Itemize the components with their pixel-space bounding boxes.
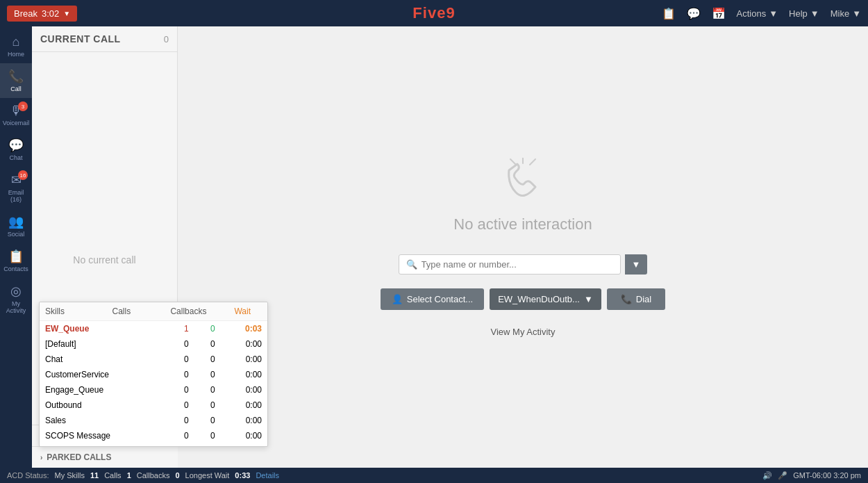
wait-cell: 0:00 xyxy=(221,398,267,413)
sidebar-item-contacts[interactable]: 📋 Contacts xyxy=(0,243,32,278)
calls-cell: 0 xyxy=(168,352,194,367)
wait-cell: 0:00 xyxy=(221,443,267,446)
callbacks-cell: 0 xyxy=(194,413,221,428)
wait-cell: 0:00 xyxy=(221,336,267,352)
parked-calls-label: PARKED CALLS xyxy=(47,452,111,462)
skill-cell: SCOPS Message xyxy=(40,428,168,443)
callbacks-header: Callbacks xyxy=(136,302,212,321)
wait-header: Wait xyxy=(212,302,256,321)
queue-table: Skills Calls Callbacks Wait xyxy=(40,302,267,321)
main-content: No active interaction 🔍 ▼ 👤 Select Conta… xyxy=(178,26,868,468)
campaign-chevron-icon: ▼ xyxy=(584,294,593,304)
wait-cell: 0:00 xyxy=(221,413,267,428)
search-dropdown-button[interactable]: ▼ xyxy=(625,254,648,275)
calendar-icon[interactable]: 📅 xyxy=(712,7,726,20)
calls-cell: 1 xyxy=(168,321,194,336)
current-call-title: CURRENT CALL xyxy=(40,33,121,44)
search-row: 🔍 ▼ xyxy=(399,254,648,275)
social-icon: 👥 xyxy=(8,214,24,229)
phone-icon-area xyxy=(495,158,551,202)
sidebar-item-voicemail[interactable]: 🎙 Voicemail 3 xyxy=(0,98,32,132)
sidebar-item-voicemail-label: Voicemail xyxy=(3,120,30,126)
sidebar-item-social-label: Social xyxy=(8,231,25,238)
skill-cell: Engage_Queue xyxy=(40,382,168,398)
help-dropdown[interactable]: Help ▼ xyxy=(789,8,819,19)
skill-cell: Outbound xyxy=(40,398,168,413)
campaign-dropdown-button[interactable]: EW_WhenDuOutb... ▼ xyxy=(490,288,601,310)
callbacks-value: 0 xyxy=(175,471,179,480)
no-interaction-area: No active interaction 🔍 ▼ 👤 Select Conta… xyxy=(381,158,665,337)
chat-icon[interactable]: 💬 xyxy=(687,7,701,20)
sidebar-item-contacts-label: Contacts xyxy=(3,265,28,272)
break-button[interactable]: Break 3:02 ▼ xyxy=(7,6,77,22)
logo-number: 9 xyxy=(446,4,455,22)
table-row: Sales000:00 xyxy=(40,413,267,428)
actions-label: Actions xyxy=(737,8,767,19)
no-interaction-text: No active interaction xyxy=(453,215,592,234)
actions-dropdown[interactable]: Actions ▼ xyxy=(737,8,778,19)
scroll-header xyxy=(256,302,267,321)
skill-cell: Sales xyxy=(40,413,168,428)
table-row: SCOPS Message000:00 xyxy=(40,428,267,443)
longest-wait-label: Longest Wait xyxy=(185,471,230,480)
dial-phone-icon: 📞 xyxy=(621,294,632,304)
sidebar-item-email[interactable]: ✉ Email (16) 16 xyxy=(0,167,32,208)
parked-calls-item[interactable]: › PARKED CALLS xyxy=(32,446,178,468)
top-nav-right: 📋 💬 📅 Actions ▼ Help ▼ Mike ▼ xyxy=(662,7,861,20)
sidebar-item-home-label: Home xyxy=(8,51,24,58)
calls-cell: 0 xyxy=(168,443,194,446)
calls-header: Calls xyxy=(89,302,137,321)
person-icon: 👤 xyxy=(392,294,403,304)
current-call-header: CURRENT CALL 0 xyxy=(32,26,177,52)
search-input[interactable] xyxy=(422,259,613,270)
current-call-count: 0 xyxy=(164,34,169,44)
skill-cell: EW_Queue xyxy=(40,321,168,336)
email-badge: 16 xyxy=(18,170,28,180)
calls-label: Calls xyxy=(104,471,121,480)
user-dropdown[interactable]: Mike ▼ xyxy=(831,8,861,19)
break-time: 3:02 xyxy=(42,8,59,19)
activity-icon: ◎ xyxy=(10,284,22,299)
sidebar-item-home[interactable]: ⌂ Home xyxy=(0,29,32,63)
view-activity-link[interactable]: View My Activity xyxy=(491,327,556,337)
break-label: Break xyxy=(14,8,37,19)
callbacks-label: Callbacks xyxy=(137,471,170,480)
user-chevron-icon: ▼ xyxy=(852,8,861,19)
speaker-icon[interactable]: 🔊 xyxy=(762,471,772,480)
calls-cell: 0 xyxy=(168,367,194,382)
notes-icon[interactable]: 📋 xyxy=(662,7,676,20)
select-contact-button[interactable]: 👤 Select Contact... xyxy=(381,288,484,310)
search-icon: 🔍 xyxy=(406,259,417,270)
queue-data-table: EW_Queue100:03[Default]000:00Chat000:00C… xyxy=(40,321,267,446)
sidebar-item-chat-label: Chat xyxy=(9,154,22,161)
callbacks-cell: 0 xyxy=(194,398,221,413)
no-call-text: No current call xyxy=(73,254,135,265)
table-row: EW_Queue100:03 xyxy=(40,321,267,336)
sidebar-item-myactivity[interactable]: ◎ My Activity xyxy=(0,278,32,320)
table-row: Outbound000:00 xyxy=(40,398,267,413)
table-row: ServiceNow000:00 xyxy=(40,443,267,446)
my-skills-label: My Skills xyxy=(55,471,85,480)
call-icon: 📞 xyxy=(8,69,24,84)
break-chevron-icon: ▼ xyxy=(63,10,70,17)
calls-cell: 0 xyxy=(168,413,194,428)
main-layout: ⌂ Home 📞 Call 🎙 Voicemail 3 💬 Chat ✉ Ema… xyxy=(0,26,868,468)
sidebar-item-social[interactable]: 👥 Social xyxy=(0,208,32,243)
search-input-container: 🔍 xyxy=(399,254,621,275)
chat-bubble-icon: 💬 xyxy=(8,138,24,153)
status-bar-left: ACD Status: My Skills 11 Calls 1 Callbac… xyxy=(7,471,279,480)
table-row: [Default]000:00 xyxy=(40,336,267,352)
mic-icon[interactable]: 🎤 xyxy=(778,471,787,480)
queue-scroll-area[interactable]: EW_Queue100:03[Default]000:00Chat000:00C… xyxy=(40,321,267,446)
help-label: Help xyxy=(789,8,808,19)
logo-text: Five xyxy=(412,4,446,22)
details-link[interactable]: Details xyxy=(256,471,279,480)
parked-calls-chevron-icon: › xyxy=(40,454,42,461)
sidebar-item-chat[interactable]: 💬 Chat xyxy=(0,132,32,167)
callbacks-cell: 0 xyxy=(194,443,221,446)
sidebar-item-call[interactable]: 📞 Call xyxy=(0,63,32,98)
longest-wait-value: 0:33 xyxy=(235,471,250,480)
dial-button[interactable]: 📞 Dial xyxy=(607,288,665,310)
dial-label: Dial xyxy=(636,294,651,304)
wait-cell: 0:00 xyxy=(221,428,267,443)
